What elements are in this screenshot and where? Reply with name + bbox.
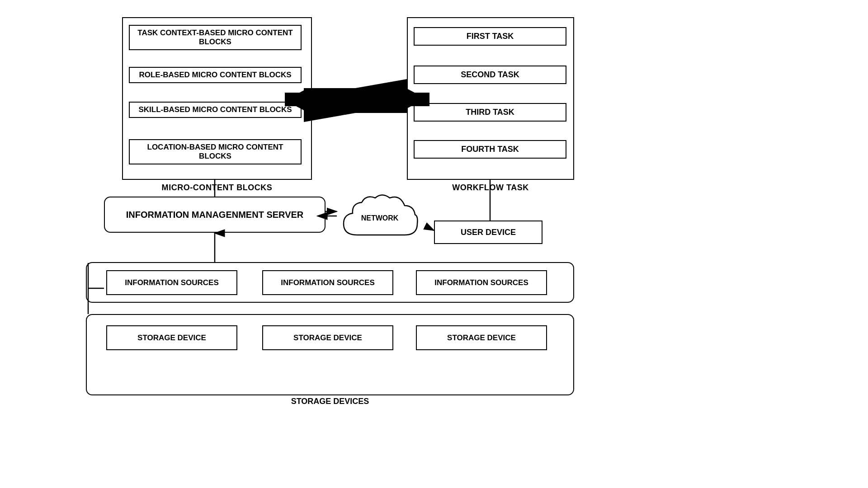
mc-box-2: ROLE-BASED MICRO CONTENT BLOCKS: [129, 67, 302, 83]
diagram-container: TASK CONTEXT-BASED MICRO CONTENT BLOCKS …: [0, 0, 868, 488]
is-box-2: INFORMATION SOURCES: [262, 270, 393, 295]
mc-box-4: LOCATION-BASED MICRO CONTENT BLOCKS: [129, 139, 302, 164]
wf-box-4: FOURTH TASK: [414, 140, 566, 159]
svg-rect-20: [285, 93, 429, 106]
storage-label: STORAGE DEVICES: [86, 397, 574, 406]
micro-content-label: MICRO-CONTENT BLOCKS: [122, 183, 312, 192]
network-cloud: NETWORK: [335, 190, 425, 249]
wf-box-3: THIRD TASK: [414, 103, 566, 122]
sd-box-3: STORAGE DEVICE: [416, 325, 547, 350]
double-arrow-svg: [285, 77, 429, 122]
svg-line-14: [425, 226, 434, 230]
user-device-box: USER DEVICE: [434, 221, 542, 244]
wf-box-2: SECOND TASK: [414, 66, 566, 84]
workflow-label: WORKFLOW TASK: [407, 183, 574, 192]
is-box-3: INFORMATION SOURCES: [416, 270, 547, 295]
mc-box-3: SKILL-BASED MICRO CONTENT BLOCKS: [129, 102, 302, 118]
sd-box-2: STORAGE DEVICE: [262, 325, 393, 350]
is-box-1: INFORMATION SOURCES: [106, 270, 237, 295]
svg-text:NETWORK: NETWORK: [361, 214, 399, 222]
mc-box-1: TASK CONTEXT-BASED MICRO CONTENT BLOCKS: [129, 25, 302, 50]
wf-box-1: FIRST TASK: [414, 27, 566, 46]
sd-box-1: STORAGE DEVICE: [106, 325, 237, 350]
ims-box: INFORMATION MANAGENMENT SERVER: [104, 197, 326, 233]
